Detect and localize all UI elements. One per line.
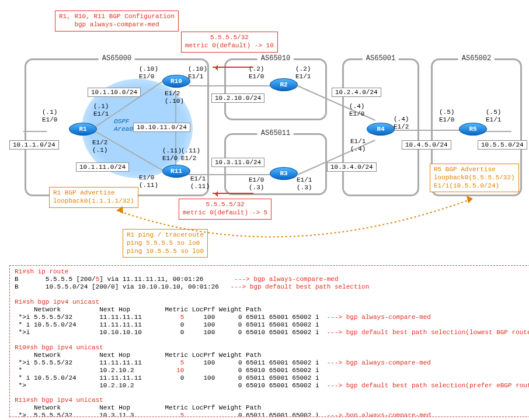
terminal-output: R1#sh ip route B 5.5.5.5 [200/5] via 11.…	[9, 265, 529, 417]
as65000-title: AS65000	[99, 54, 135, 63]
router-r5: R5	[459, 123, 487, 136]
if-r4-e12: (.4) E1/2	[394, 116, 409, 130]
if-r11-e10u: (.11) E1/0	[162, 147, 182, 162]
ping-note: R1 ping / traceroute ping 5.5.5.5 so lo0…	[123, 229, 208, 258]
ospf-label: OSPF Area0	[114, 118, 133, 133]
arrow-bottom	[213, 193, 253, 194]
if-r2-e11: (.2) E1/1	[295, 65, 311, 80]
if-r4-e11: E1/1 (.4)	[350, 138, 366, 152]
as65011-title: AS65011	[257, 129, 294, 137]
r5-adv: R5 BGP Advertise loopback0(5.5.5.5/32) E…	[430, 164, 519, 192]
if-r11-e10l: E1/0 (.11)	[139, 174, 158, 189]
net-10-4-5: 10.4.5.0/24	[402, 140, 451, 150]
router-r4: R4	[367, 123, 395, 136]
net-10-1-10: 10.1.10.0/24	[88, 88, 141, 97]
router-r10: R10	[162, 75, 190, 88]
if-r5-e10: (.5) E1/0	[439, 109, 454, 123]
net-10-2-4: 10.2.4.0/24	[332, 88, 381, 97]
metric-bottom: 5.5.5.5/32 metric 0(default) -> 5	[179, 199, 272, 220]
if-r10-e12d: E1/2 (.10)	[165, 90, 184, 105]
net-10-2-10: 10.2.10.0/24	[211, 93, 264, 103]
as65010-title: AS65010	[257, 54, 294, 63]
router-r11: R11	[162, 165, 190, 178]
if-r1-e11: (.1) E1/1	[93, 103, 109, 117]
link-r5-right	[486, 131, 511, 132]
net-10-3-4: 10.3.4.0/24	[327, 162, 377, 172]
net-10-10-11: 10.10.11.0/24	[133, 123, 190, 132]
metric-top: 5.5.5.5/32 metric 0(default) -> 10	[181, 32, 278, 53]
net-10-1-11: 10.1.11.0/24	[76, 162, 129, 172]
link-r1-left	[23, 131, 47, 132]
router-r1: R1	[69, 123, 97, 136]
if-r10-e11r: (.10) E1/1	[188, 65, 207, 80]
if-r11-e11r: E1/1 (.11)	[190, 175, 210, 190]
net-10-1-1: 10.1.1.0/24	[9, 140, 59, 150]
if-r5-e11: (.5) E1/1	[486, 109, 501, 123]
as65001-title: AS65001	[363, 54, 399, 63]
if-r10-e10l: (.10) E1/0	[139, 65, 158, 80]
if-r11-e12u: (.11) E1/2	[181, 147, 200, 162]
if-r1-e10: (.1) E1/0	[42, 109, 57, 123]
router-r2: R2	[270, 78, 298, 91]
as65002-title: AS65002	[458, 54, 495, 63]
net-10-3-11: 10.3.11.0/24	[211, 158, 264, 167]
svg-marker-1	[467, 196, 473, 203]
diagram-stage: AS65000 AS65010 AS65011 AS65001 AS65002 …	[0, 0, 529, 420]
arrow-top	[213, 67, 253, 68]
if-r1-e12: E1/2 (.1)	[92, 139, 107, 154]
if-r4-e10: (.4) E1/0	[349, 103, 364, 117]
if-r3-e11: E1/1 (.3)	[297, 176, 312, 191]
link-r10-r2	[189, 85, 270, 86]
r1-adv: R1 BGP Advertise loopback0(1.1.1.1/32)	[49, 187, 138, 208]
if-r3-e10: E1/0 (.3)	[249, 176, 264, 191]
router-r3: R3	[270, 167, 298, 180]
config-note: R1, R10, R11 BGP Configuration bgp alway…	[55, 11, 179, 32]
net-10-5-5: 10.5.5.0/24	[478, 140, 527, 150]
